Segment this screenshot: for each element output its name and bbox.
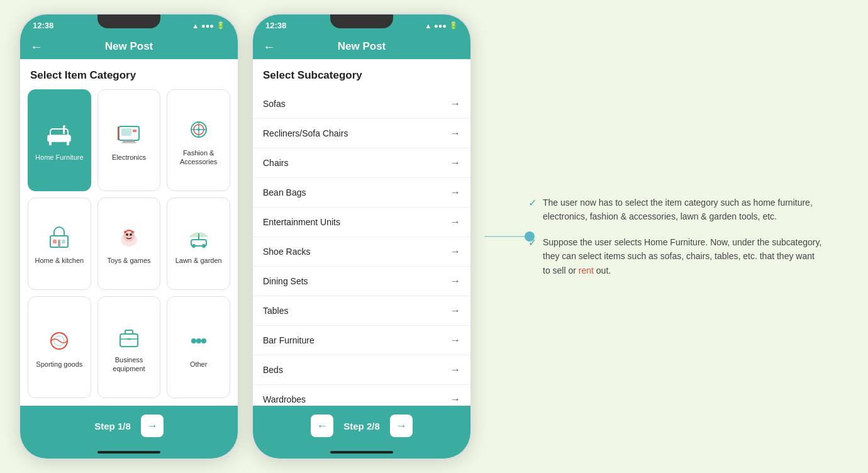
category-item-home-kitchen[interactable]: Home & kitchen: [28, 198, 91, 290]
business-label: Business equipment: [102, 355, 157, 374]
step-text-1: Step 1/8: [94, 421, 131, 431]
category-item-sporting[interactable]: Sporting goods: [28, 296, 91, 398]
list-item[interactable]: Chairs →: [253, 148, 470, 178]
category-item-business[interactable]: Business equipment: [97, 296, 161, 398]
subcategory-label: Beds: [263, 365, 283, 375]
home-kitchen-icon: [44, 222, 74, 252]
category-item-other[interactable]: Other: [167, 296, 230, 398]
home-kitchen-label: Home & kitchen: [35, 256, 84, 265]
svg-point-22: [126, 233, 128, 236]
lawn-label: Lawn & garden: [175, 256, 222, 265]
list-item[interactable]: Recliners/Sofa Chairs →: [253, 119, 470, 148]
svg-point-4: [63, 125, 65, 128]
svg-rect-1: [49, 142, 52, 145]
svg-rect-8: [121, 142, 136, 143]
check-icon-1: ✓: [528, 197, 537, 209]
svg-point-28: [202, 244, 206, 248]
svg-point-34: [191, 338, 196, 343]
subcategory-arrow: →: [450, 98, 460, 109]
svg-rect-33: [127, 338, 131, 340]
category-item-toys[interactable]: Toys & games: [97, 198, 161, 290]
subcategory-label: Recliners/Sofa Chairs: [263, 128, 348, 138]
list-item[interactable]: Beds →: [253, 355, 470, 385]
subcategory-arrow: →: [450, 216, 460, 228]
subcategory-label: Tables: [263, 306, 288, 316]
battery-icon-2: 🔋: [449, 21, 458, 30]
connector-dot: [525, 231, 535, 242]
sporting-icon: [44, 326, 74, 356]
subcategory-label: Entertainment Units: [263, 217, 340, 227]
category-item-fashion[interactable]: Fashion & Accessories: [167, 89, 230, 191]
list-item[interactable]: Bean Bags →: [253, 178, 470, 208]
signal-icon: ●●●: [201, 22, 214, 30]
electronics-label: Electronics: [112, 153, 146, 162]
svg-rect-7: [123, 140, 135, 142]
svg-rect-2: [67, 142, 69, 145]
svg-point-36: [201, 338, 206, 343]
annotation-text-2: Suppose the user selects Home Furniture.…: [543, 235, 824, 277]
phone-bottom-2: ← Step 2/8 →: [253, 406, 470, 446]
svg-rect-19: [58, 240, 60, 247]
header-title-2: New Post: [338, 40, 386, 53]
back-button-2[interactable]: ←: [263, 40, 275, 54]
list-item[interactable]: Bar Furniture →: [253, 326, 470, 355]
wifi-icon: ▲: [192, 22, 199, 30]
next-button-2[interactable]: →: [390, 415, 413, 437]
battery-icon: 🔋: [216, 21, 225, 30]
notch-2: [330, 14, 393, 28]
section-title-1: Select Item Category: [20, 59, 238, 89]
rent-highlight: rent: [579, 265, 594, 275]
category-item-home-furniture[interactable]: Home Furniture: [28, 89, 91, 191]
annotation-text-1: The user now has to select the item cate…: [543, 196, 824, 224]
toys-label: Toys & games: [107, 256, 150, 265]
svg-point-25: [131, 231, 134, 233]
app-header-1: ← New Post: [20, 34, 238, 59]
phone-content-2: Select Subcategory Sofas → Recliners/Sof…: [253, 59, 470, 406]
subcategory-label: Shoe Racks: [263, 247, 310, 257]
svg-rect-17: [53, 240, 57, 243]
svg-rect-6: [118, 126, 119, 140]
business-icon: [114, 321, 144, 352]
svg-rect-10: [133, 130, 136, 132]
list-item[interactable]: Shoe Racks →: [253, 237, 470, 267]
status-icons-1: ▲ ●●● 🔋: [192, 21, 225, 30]
other-label: Other: [190, 360, 208, 369]
subcategory-arrow: →: [450, 128, 460, 139]
back-button-1[interactable]: ←: [30, 40, 43, 54]
category-item-lawn[interactable]: Lawn & garden: [167, 198, 230, 290]
prev-button-2[interactable]: ←: [311, 415, 333, 437]
home-indicator-2: [253, 446, 470, 459]
home-bar-1: [97, 451, 160, 454]
annotation-area: ✓ The user now has to select the item ca…: [484, 183, 849, 290]
svg-point-15: [198, 128, 200, 131]
next-button-1[interactable]: →: [141, 415, 164, 437]
subcategory-arrow: →: [450, 246, 460, 257]
list-item[interactable]: Dining Sets →: [253, 267, 470, 296]
status-icons-2: ▲ ●●● 🔋: [425, 21, 458, 30]
list-item[interactable]: Wardrobes →: [253, 385, 470, 406]
subcategory-label: Bar Furniture: [263, 335, 314, 345]
subcategory-label: Wardrobes: [263, 394, 306, 404]
subcategory-label: Chairs: [263, 158, 288, 168]
category-grid: Home Furniture Electronics: [20, 89, 238, 406]
subcategory-arrow: →: [450, 335, 460, 346]
toys-icon: [114, 222, 144, 252]
list-item[interactable]: Entertainment Units →: [253, 208, 470, 237]
electronics-icon: [114, 119, 144, 149]
header-title-1: New Post: [105, 40, 153, 53]
svg-point-23: [130, 233, 132, 236]
subcategory-arrow: →: [450, 187, 460, 198]
list-item[interactable]: Sofas →: [253, 89, 470, 119]
list-item[interactable]: Tables →: [253, 296, 470, 326]
category-item-electronics[interactable]: Electronics: [97, 89, 161, 191]
fashion-label: Fashion & Accessories: [171, 148, 226, 167]
other-icon: [184, 326, 214, 356]
connector-line: [484, 236, 528, 237]
svg-rect-0: [48, 135, 70, 142]
subcategory-list[interactable]: Sofas → Recliners/Sofa Chairs → Chairs →…: [253, 89, 470, 406]
svg-rect-18: [62, 240, 65, 243]
home-indicator-1: [20, 446, 238, 459]
subcategory-label: Sofas: [263, 99, 286, 109]
annotation-1: ✓ The user now has to select the item ca…: [528, 196, 824, 224]
svg-point-35: [196, 338, 201, 343]
